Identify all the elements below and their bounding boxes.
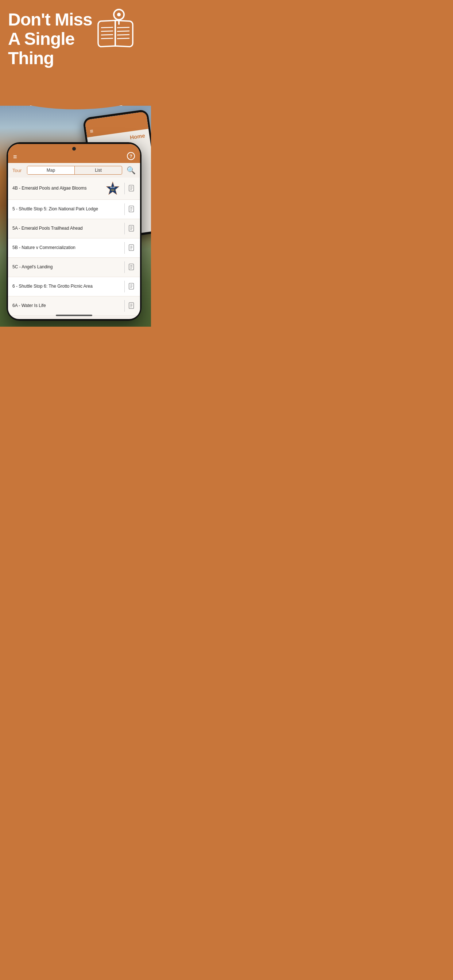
main-phone: ≡ ? Tour Map List 🔍 4B - Emerald Pools a…	[6, 142, 142, 321]
svg-line-10	[118, 35, 129, 35]
help-button[interactable]: ?	[127, 152, 135, 160]
hero-line3: Thing	[8, 48, 54, 68]
hero-title: Don't Miss A Single Thing	[8, 10, 92, 68]
divider	[124, 300, 125, 312]
must-see-badge: MUST SEE	[105, 181, 120, 196]
svg-line-5	[101, 31, 113, 31]
item-text: 4B - Emerald Pools and Algae Blooms	[13, 186, 104, 191]
tab-list[interactable]: List	[75, 166, 122, 174]
document-icon[interactable]	[128, 244, 136, 252]
divider	[124, 281, 125, 293]
map-list-tabs: Map List	[27, 166, 122, 175]
list-item[interactable]: 6A - Water Is Life	[8, 296, 140, 316]
divider	[124, 261, 125, 273]
guidebook-icon	[93, 6, 140, 54]
divider	[124, 204, 125, 215]
item-text: 6 - Shuttle Stop 6: The Grotto Picnic Ar…	[13, 284, 121, 290]
svg-text:MUST: MUST	[110, 187, 115, 188]
list-item[interactable]: 4B - Emerald Pools and Algae Blooms MUST…	[8, 178, 140, 200]
main-phone-screen: ≡ ? Tour Map List 🔍 4B - Emerald Pools a…	[8, 144, 140, 319]
search-icon[interactable]: 🔍	[126, 166, 136, 175]
divider	[124, 223, 125, 234]
stops-list: 4B - Emerald Pools and Algae Blooms MUST…	[8, 178, 140, 316]
camera-notch	[72, 147, 76, 151]
list-item[interactable]: 5A - Emerald Pools Trailhead Ahead	[8, 219, 140, 239]
tab-bar: Tour Map List 🔍	[8, 163, 140, 178]
item-text: 5B - Nature v Commercialization	[13, 245, 121, 251]
item-text: 6A - Water Is Life	[13, 303, 121, 309]
home-indicator	[56, 315, 92, 316]
item-text: 5A - Emerald Pools Trailhead Ahead	[13, 226, 121, 232]
hero-line1: Don't Miss	[8, 10, 92, 29]
list-item[interactable]: 5B - Nature v Commercialization	[8, 239, 140, 258]
svg-line-8	[118, 27, 129, 28]
tab-map[interactable]: Map	[27, 166, 75, 174]
svg-line-4	[101, 27, 113, 28]
document-icon[interactable]	[128, 185, 136, 192]
document-icon[interactable]	[128, 205, 136, 213]
list-item[interactable]: 5 - Shuttle Stop 5: Zion National Park L…	[8, 200, 140, 219]
svg-line-9	[118, 31, 129, 31]
document-icon[interactable]	[128, 263, 136, 271]
background-home-label: Home	[129, 132, 145, 141]
svg-point-1	[117, 13, 121, 16]
document-icon[interactable]	[128, 283, 136, 291]
background-hamburger-icon: ≡	[89, 128, 94, 135]
divider	[124, 242, 125, 254]
list-item[interactable]: 6 - Shuttle Stop 6: The Grotto Picnic Ar…	[8, 277, 140, 296]
svg-line-7	[101, 38, 113, 39]
svg-line-6	[101, 35, 113, 35]
hamburger-menu-icon[interactable]: ≡	[13, 153, 17, 160]
divider	[124, 183, 125, 194]
item-text: 5 - Shuttle Stop 5: Zion National Park L…	[13, 206, 121, 212]
hero-line2: A Single	[8, 29, 74, 48]
item-text: 5C - Angel's Landing	[13, 264, 121, 270]
svg-text:SEE: SEE	[111, 189, 115, 191]
list-item[interactable]: 5C - Angel's Landing	[8, 258, 140, 277]
tour-label: Tour	[13, 168, 24, 173]
document-icon[interactable]	[128, 224, 136, 232]
svg-line-11	[118, 38, 129, 39]
document-icon[interactable]	[128, 302, 136, 310]
